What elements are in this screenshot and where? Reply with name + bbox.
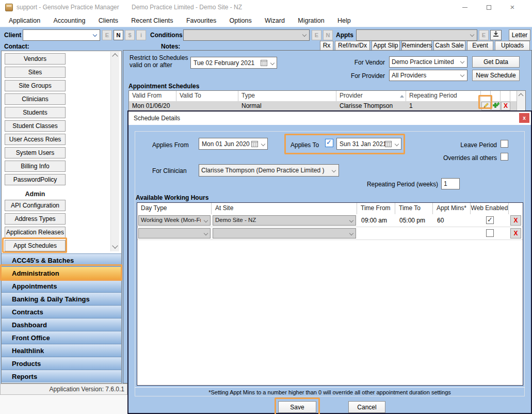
web-enabled-checkbox[interactable] — [486, 229, 494, 237]
restrict-date-picker[interactable]: Tue 02 February 2021 — [190, 57, 277, 69]
accordion-banking-daily-takings[interactable]: Banking & Daily Takings — [2, 292, 121, 305]
leave-period-checkbox[interactable] — [501, 140, 508, 148]
col-web-enabled[interactable]: Web Enabled — [471, 203, 509, 214]
accordion-administration[interactable]: Administration — [2, 266, 121, 279]
col-at-site[interactable]: At Site — [212, 203, 357, 214]
sidebar-button-appt-schedules[interactable]: Appt Schedules — [5, 240, 66, 251]
accordion-dashboard[interactable]: Dashboard — [2, 318, 121, 331]
schedule-row[interactable]: Mon 01/06/20 Normal Clarisse Thompson 1 — [129, 101, 517, 111]
appts-edit-button[interactable]: E — [479, 30, 489, 40]
add-schedule-button[interactable] — [491, 102, 501, 110]
event-button[interactable]: Event — [467, 41, 493, 51]
for-vendor-combobox[interactable]: Demo Practice Limited — [389, 56, 467, 68]
scroll-up-icon[interactable] — [112, 53, 118, 59]
col-time-from[interactable]: Time From — [357, 203, 395, 214]
accordion-front-office[interactable]: Front Office — [2, 331, 121, 344]
conditions-new-button[interactable]: N — [323, 30, 333, 40]
delete-row-button[interactable]: X — [510, 215, 521, 226]
day-type-dropdown[interactable]: Working Week (Mon-Fri) — [138, 215, 211, 226]
client-new-button[interactable]: N — [114, 30, 123, 40]
sidebar-button-site-groups[interactable]: Site Groups — [5, 80, 66, 91]
sidebar-button-api-configuration[interactable]: API Configuration — [5, 200, 66, 211]
repeating-period-field[interactable]: 1 — [441, 178, 460, 189]
sidebar-button-billing-info[interactable]: Billing Info — [5, 161, 66, 172]
col-appt-mins[interactable]: Appt Mins* — [433, 203, 471, 214]
accordion-reports[interactable]: Reports — [2, 370, 121, 383]
uploads-button[interactable]: Uploads — [495, 41, 530, 51]
cancel-button[interactable]: Cancel — [348, 401, 385, 413]
rx-button[interactable]: Rx — [320, 41, 333, 51]
col-time-to[interactable]: Time To — [395, 203, 433, 214]
accordion-contracts[interactable]: Contracts — [2, 305, 121, 318]
appts-download-button[interactable] — [490, 30, 502, 40]
applies-from-date-picker[interactable]: Mon 01 Jun 2020 — [199, 138, 268, 150]
menu-clients[interactable]: Clients — [93, 14, 124, 27]
conditions-edit-button[interactable]: E — [312, 30, 321, 40]
web-enabled-checkbox[interactable] — [486, 216, 494, 224]
minimize-button[interactable] — [454, 0, 476, 14]
scroll-down-icon[interactable] — [112, 243, 118, 248]
appt-slip-button[interactable]: Appt Slip — [372, 41, 400, 51]
at-site-dropdown[interactable]: Demo Site - NZ — [213, 215, 356, 226]
menu-wizard[interactable]: Wizard — [259, 14, 291, 27]
delete-schedule-button[interactable]: X — [501, 102, 510, 110]
client-billing-button[interactable]: $ — [125, 30, 135, 40]
maximize-button[interactable] — [477, 0, 500, 14]
applies-to-date-picker[interactable]: Sun 31 Jan 2021 — [336, 138, 401, 150]
menu-favourites[interactable]: Favourites — [181, 14, 222, 27]
sidebar-scrollbar[interactable] — [110, 52, 119, 251]
sidebar-button-application-releases[interactable]: Application Releases — [5, 227, 66, 238]
scroll-up-icon[interactable] — [519, 93, 524, 99]
delete-row-button[interactable]: X — [510, 228, 521, 238]
col-valid-from[interactable]: Valid From — [129, 91, 176, 101]
sidebar-button-student-classes[interactable]: Student Classes — [5, 120, 66, 132]
time-from-cell[interactable] — [357, 227, 395, 240]
client-info-button[interactable]: i — [136, 30, 146, 40]
overrides-all-others-checkbox[interactable] — [501, 153, 508, 161]
sidebar-button-system-users[interactable]: System Users — [5, 147, 66, 158]
accordion-appointments[interactable]: Appointments — [2, 279, 121, 292]
get-data-button[interactable]: Get Data — [472, 56, 520, 68]
col-valid-to[interactable]: Valid To — [176, 91, 238, 101]
for-clinician-combobox[interactable]: Clarisse Thompson (Demo Practice Limited… — [199, 164, 339, 177]
at-site-dropdown[interactable] — [213, 228, 356, 238]
menu-recent-clients[interactable]: Recent Clients — [125, 14, 179, 27]
time-from-cell[interactable]: 09:00 am — [357, 214, 395, 227]
sidebar-button-address-types[interactable]: Address Types — [5, 213, 66, 225]
schedules-scrollbar[interactable] — [517, 91, 525, 110]
accordion-acc45s-batches[interactable]: ACC45's & Batches — [2, 253, 121, 266]
accordion-healthlink[interactable]: Healthlink — [2, 344, 121, 357]
save-button[interactable]: Save — [278, 401, 316, 413]
menu-options[interactable]: Options — [224, 14, 257, 27]
col-provider[interactable]: Provider — [336, 91, 406, 101]
sidebar-button-vendors[interactable]: Vendors — [5, 53, 66, 65]
menu-accounting[interactable]: Accounting — [48, 14, 91, 27]
client-edit-button[interactable]: E — [102, 30, 112, 40]
day-type-dropdown[interactable] — [138, 228, 211, 238]
cash-sale-button[interactable]: Cash Sale — [433, 41, 465, 51]
col-type[interactable]: Type — [238, 91, 336, 101]
col-day-type[interactable]: Day Type — [137, 203, 212, 214]
conditions-combobox[interactable] — [183, 29, 310, 41]
appts-combobox[interactable] — [356, 29, 477, 41]
close-button[interactable]: × — [501, 0, 524, 14]
menu-application[interactable]: Application — [3, 14, 46, 27]
appt-mins-cell[interactable]: 60 — [433, 214, 471, 227]
edit-schedule-button[interactable] — [481, 102, 491, 110]
dialog-close-button[interactable]: x — [519, 113, 529, 123]
reminders-button[interactable]: Reminders — [401, 41, 432, 51]
applies-to-checkbox[interactable] — [325, 139, 333, 147]
sidebar-button-students[interactable]: Students — [5, 107, 66, 118]
for-provider-combobox[interactable]: All Providers — [389, 70, 467, 81]
time-to-cell[interactable]: 05:00 pm — [395, 214, 433, 227]
sidebar-button-sites[interactable]: Sites — [5, 67, 66, 78]
sidebar-button-password-policy[interactable]: PasswordPolicy — [5, 174, 66, 185]
letter-button[interactable]: Letter — [509, 29, 530, 41]
col-repeating-period[interactable]: Repeating Period (weeks) — [406, 91, 481, 101]
sidebar-button-user-access-roles[interactable]: User Access Roles — [5, 134, 66, 145]
ref-inv-dx-button[interactable]: Ref/Inv/Dx — [335, 41, 370, 51]
accordion-products[interactable]: Products — [2, 357, 121, 370]
sidebar-button-clinicians[interactable]: Clinicians — [5, 93, 66, 105]
menu-help[interactable]: Help — [332, 14, 357, 27]
menu-migration[interactable]: Migration — [292, 14, 330, 27]
